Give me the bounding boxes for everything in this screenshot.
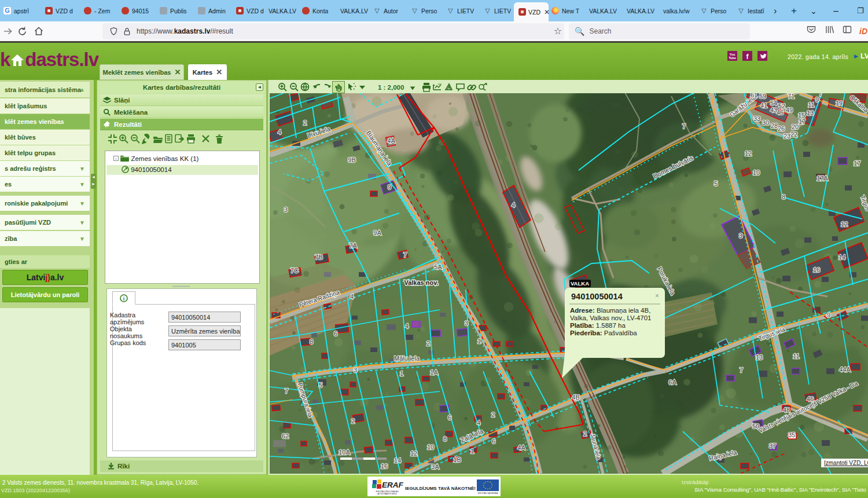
svg-text:7: 7	[285, 387, 288, 394]
svg-text:71: 71	[788, 93, 795, 100]
svg-text:2: 2	[491, 411, 495, 418]
svg-text:49: 49	[786, 107, 793, 113]
svg-text:2: 2	[351, 418, 355, 424]
svg-text:35: 35	[788, 431, 795, 438]
svg-text:3: 3	[739, 232, 742, 239]
svg-text:1: 1	[477, 338, 481, 345]
svg-text:1B: 1B	[453, 456, 461, 463]
svg-text:20: 20	[792, 123, 799, 130]
svg-text:Platība: 1.5887 ha: Platība: 1.5887 ha	[570, 322, 626, 329]
svg-text:×: ×	[655, 292, 659, 300]
svg-text:7: 7	[819, 93, 822, 97]
svg-text:94010050014: 94010050014	[571, 292, 623, 301]
svg-text:44A: 44A	[839, 366, 851, 373]
svg-text:46: 46	[777, 109, 784, 116]
svg-text:1: 1	[470, 448, 474, 455]
svg-text:3: 3	[465, 320, 468, 327]
svg-text:10: 10	[753, 169, 760, 176]
svg-text:6: 6	[448, 414, 451, 421]
svg-text:7: 7	[740, 367, 743, 374]
svg-text:9: 9	[388, 184, 391, 191]
svg-text:3A: 3A	[431, 463, 439, 470]
svg-text:7: 7	[403, 251, 407, 258]
svg-text:17: 17	[854, 160, 860, 167]
svg-text:ATTĪSTĪBAS FONDS: ATTĪSTĪBAS FONDS	[378, 493, 398, 495]
svg-text:ERAF: ERAF	[382, 481, 404, 489]
svg-text:EIROPAS SAVIENĪBA: EIROPAS SAVIENĪBA	[478, 492, 498, 495]
svg-text:50: 50	[752, 423, 759, 430]
svg-text:61: 61	[751, 93, 757, 98]
svg-text:Izmantoti VZD, LĢI: Izmantoti VZD, LĢI	[824, 460, 868, 466]
svg-text:4: 4	[477, 419, 480, 426]
svg-text:5A: 5A	[434, 263, 442, 270]
svg-text:4: 4	[512, 202, 515, 208]
svg-text:9A: 9A	[373, 229, 381, 236]
svg-text:5: 5	[319, 382, 322, 389]
svg-text:48: 48	[783, 407, 790, 413]
svg-text:4: 4	[405, 323, 409, 329]
svg-text:6: 6	[334, 330, 337, 337]
svg-text:4: 4	[350, 293, 354, 300]
svg-text:6: 6	[492, 438, 495, 445]
svg-text:12: 12	[745, 150, 752, 157]
svg-text:13: 13	[756, 354, 763, 361]
svg-text:26: 26	[778, 125, 785, 132]
svg-text:Mālu iela: Mālu iela	[394, 355, 420, 362]
svg-text:16: 16	[381, 463, 388, 470]
svg-text:7A: 7A	[349, 242, 357, 249]
svg-text:10: 10	[427, 444, 434, 451]
svg-text:2: 2	[583, 430, 587, 437]
svg-text:8: 8	[443, 435, 447, 442]
svg-text:14: 14	[394, 457, 401, 464]
svg-text:54: 54	[770, 100, 777, 107]
svg-text:46: 46	[807, 396, 814, 402]
svg-text:8: 8	[782, 193, 785, 200]
svg-text:4A: 4A	[517, 444, 525, 451]
svg-text:37: 37	[769, 442, 776, 449]
svg-text:17A: 17A	[816, 175, 828, 182]
svg-text:8: 8	[310, 338, 313, 345]
svg-text:4: 4	[278, 129, 281, 136]
svg-text:12: 12	[841, 221, 848, 228]
svg-text:9: 9	[827, 312, 830, 318]
svg-text:11: 11	[793, 353, 799, 360]
svg-text:41: 41	[760, 102, 767, 109]
svg-text:7C: 7C	[290, 267, 299, 274]
svg-text:Piederība: Pašvaldība: Piederība: Pašvaldība	[570, 329, 637, 336]
svg-text:1A: 1A	[430, 369, 438, 376]
svg-text:Valkas nov.: Valkas nov.	[404, 279, 438, 286]
svg-text:10A: 10A	[339, 449, 350, 456]
svg-text:3: 3	[354, 367, 357, 374]
svg-text:13: 13	[807, 109, 814, 116]
svg-text:3: 3	[284, 206, 288, 213]
svg-text:33: 33	[753, 115, 760, 122]
svg-text:i: i	[123, 296, 125, 302]
svg-text:7: 7	[682, 123, 686, 130]
svg-text:59: 59	[759, 93, 766, 100]
svg-text:16: 16	[813, 266, 820, 273]
svg-text:19: 19	[836, 100, 843, 107]
svg-text:9B: 9B	[348, 156, 355, 163]
svg-text:30: 30	[762, 119, 769, 126]
svg-text:VALKA: VALKA	[571, 280, 589, 287]
svg-text:11: 11	[808, 101, 814, 108]
svg-text:28: 28	[771, 122, 778, 129]
svg-text:17: 17	[799, 118, 806, 125]
svg-text:6A: 6A	[668, 379, 676, 386]
svg-text:2: 2	[303, 119, 307, 126]
svg-text:62: 62	[282, 433, 289, 440]
svg-text:5: 5	[714, 180, 718, 187]
svg-text:2: 2	[426, 340, 430, 347]
svg-text:4B: 4B	[572, 394, 579, 401]
svg-text:22: 22	[790, 131, 797, 138]
svg-text:14: 14	[838, 254, 845, 261]
svg-text:15: 15	[798, 112, 805, 119]
svg-text:Tube: Tube	[729, 56, 736, 60]
svg-text:7B: 7B	[315, 254, 322, 261]
svg-text:1: 1	[400, 370, 403, 377]
svg-text:Adrese: Blaumaņa iela 4B,: Adrese: Blaumaņa iela 4B,	[570, 307, 650, 314]
svg-text:12: 12	[410, 450, 417, 457]
svg-text:4A: 4A	[387, 137, 395, 144]
svg-text:Valka, Valkas nov., LV-4701: Valka, Valkas nov., LV-4701	[570, 314, 651, 321]
svg-text:xy: xy	[438, 82, 442, 86]
